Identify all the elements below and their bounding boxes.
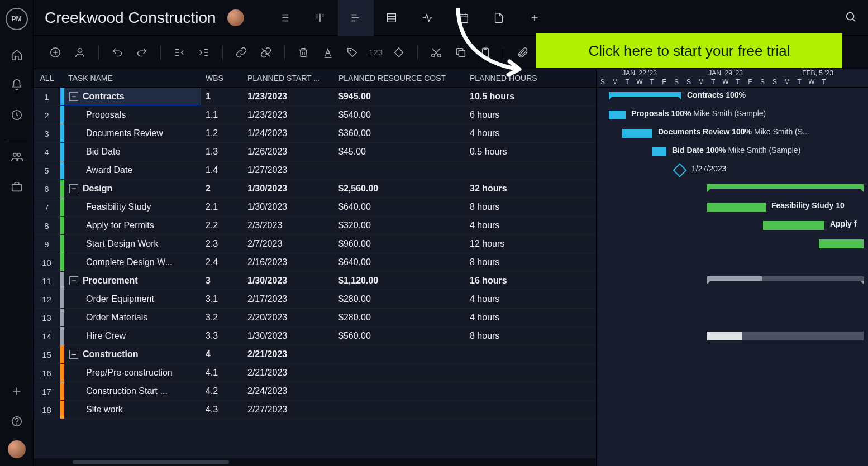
wbs-cell[interactable]: 4.1 bbox=[201, 364, 243, 382]
cost-cell[interactable]: $45.00 bbox=[334, 143, 465, 161]
task-row[interactable]: 17Construction Start ...4.22/24/2023 bbox=[34, 382, 596, 401]
start-cell[interactable]: 2/21/2023 bbox=[243, 345, 334, 363]
redo-icon[interactable] bbox=[131, 42, 152, 63]
gantt-summary-bar[interactable] bbox=[609, 92, 681, 97]
horizontal-scrollbar[interactable] bbox=[34, 458, 596, 466]
cost-cell[interactable]: $945.00 bbox=[334, 88, 465, 105]
col-header-index[interactable]: ALL bbox=[34, 69, 60, 87]
task-name-cell[interactable]: Construction Start ... bbox=[60, 382, 201, 400]
task-name-cell[interactable]: Feasibility Study bbox=[60, 198, 201, 216]
project-avatar[interactable] bbox=[227, 9, 244, 26]
col-header-cost[interactable]: PLANNED RESOURCE COST bbox=[334, 69, 465, 87]
hours-cell[interactable] bbox=[465, 161, 555, 179]
col-header-wbs[interactable]: WBS bbox=[201, 69, 243, 87]
text-color-icon[interactable] bbox=[317, 42, 338, 63]
tag-icon[interactable] bbox=[342, 42, 363, 63]
hours-cell[interactable]: 8 hours bbox=[465, 253, 555, 271]
wbs-cell[interactable]: 1.4 bbox=[201, 161, 243, 179]
wbs-cell[interactable]: 2.3 bbox=[201, 235, 243, 253]
wbs-cell[interactable]: 2.4 bbox=[201, 253, 243, 271]
hours-cell[interactable] bbox=[465, 382, 555, 400]
indent-icon[interactable] bbox=[193, 42, 214, 63]
gantt-task-bar[interactable] bbox=[609, 111, 626, 119]
task-row[interactable]: 11−Procurement31/30/2023$1,120.0016 hour… bbox=[34, 272, 596, 290]
wbs-cell[interactable]: 3.1 bbox=[201, 290, 243, 308]
sheet-view-tab[interactable] bbox=[374, 0, 409, 36]
gantt-task-bar[interactable] bbox=[707, 203, 766, 212]
link-icon[interactable] bbox=[231, 42, 252, 63]
cost-cell[interactable] bbox=[334, 401, 465, 419]
add-view-tab[interactable] bbox=[517, 0, 552, 36]
delete-icon[interactable] bbox=[293, 42, 314, 63]
cost-cell[interactable]: $640.00 bbox=[334, 198, 465, 216]
task-row[interactable]: 10Complete Design W...2.42/16/2023$640.0… bbox=[34, 253, 596, 272]
cost-cell[interactable]: $540.00 bbox=[334, 106, 465, 124]
hours-cell[interactable]: 32 hours bbox=[465, 180, 555, 198]
start-cell[interactable]: 1/30/2023 bbox=[243, 272, 334, 290]
gantt-task-bar[interactable] bbox=[819, 239, 864, 248]
cost-cell[interactable]: $2,560.00 bbox=[334, 180, 465, 198]
cost-cell[interactable]: $280.00 bbox=[334, 290, 465, 308]
app-logo[interactable]: PM bbox=[6, 8, 28, 30]
gantt-summary-bar[interactable] bbox=[707, 276, 864, 281]
cost-cell[interactable]: $960.00 bbox=[334, 235, 465, 253]
cost-cell[interactable]: $320.00 bbox=[334, 217, 465, 234]
wbs-cell[interactable]: 3 bbox=[201, 272, 243, 290]
wbs-cell[interactable]: 2.1 bbox=[201, 198, 243, 216]
hours-cell[interactable]: 16 hours bbox=[465, 272, 555, 290]
cut-icon[interactable] bbox=[426, 42, 447, 63]
start-cell[interactable]: 1/30/2023 bbox=[243, 198, 334, 216]
start-cell[interactable]: 1/23/2023 bbox=[243, 88, 334, 105]
task-name-cell[interactable]: Order Equipment bbox=[60, 290, 201, 308]
start-cell[interactable]: 2/21/2023 bbox=[243, 364, 334, 382]
cost-cell[interactable]: $640.00 bbox=[334, 253, 465, 271]
start-cell[interactable]: 1/24/2023 bbox=[243, 124, 334, 142]
search-icon[interactable] bbox=[845, 11, 857, 25]
wbs-cell[interactable]: 1.3 bbox=[201, 143, 243, 161]
attachment-icon[interactable] bbox=[512, 42, 533, 63]
task-row[interactable]: 7Feasibility Study2.11/30/2023$640.008 h… bbox=[34, 198, 596, 217]
help-icon[interactable] bbox=[6, 410, 28, 433]
start-cell[interactable]: 1/27/2023 bbox=[243, 161, 334, 179]
start-cell[interactable]: 1/30/2023 bbox=[243, 327, 334, 345]
task-name-cell[interactable]: −Construction bbox=[60, 345, 201, 363]
milestone-marker[interactable] bbox=[673, 163, 686, 177]
wbs-cell[interactable]: 2 bbox=[201, 180, 243, 198]
milestone-icon[interactable] bbox=[388, 42, 409, 63]
task-name-cell[interactable]: −Procurement bbox=[60, 272, 201, 290]
hours-cell[interactable]: 6 hours bbox=[465, 106, 555, 124]
wbs-cell[interactable]: 2.2 bbox=[201, 217, 243, 234]
task-name-cell[interactable]: Proposals bbox=[60, 106, 201, 124]
task-name-cell[interactable]: Documents Review bbox=[60, 124, 201, 142]
start-cell[interactable]: 2/3/2023 bbox=[243, 217, 334, 234]
add-icon[interactable] bbox=[6, 380, 28, 402]
task-row[interactable]: 2Proposals1.11/23/2023$540.006 hours bbox=[34, 106, 596, 124]
task-name-cell[interactable]: Award Date bbox=[60, 161, 201, 179]
start-cell[interactable]: 2/17/2023 bbox=[243, 290, 334, 308]
collapse-toggle-icon[interactable]: − bbox=[69, 184, 78, 193]
hours-cell[interactable]: 4 hours bbox=[465, 217, 555, 234]
user-avatar[interactable] bbox=[8, 440, 26, 458]
paste-icon[interactable] bbox=[475, 42, 496, 63]
home-icon[interactable] bbox=[6, 44, 28, 66]
cost-cell[interactable] bbox=[334, 382, 465, 400]
task-row[interactable]: 16Prep/Pre-construction4.12/21/2023 bbox=[34, 364, 596, 382]
task-row[interactable]: 4Bid Date1.31/26/2023$45.000.5 hours bbox=[34, 143, 596, 161]
hours-cell[interactable]: 8 hours bbox=[465, 327, 555, 345]
task-name-cell[interactable]: −Contracts bbox=[60, 88, 201, 105]
wbs-cell[interactable]: 1.1 bbox=[201, 106, 243, 124]
task-name-cell[interactable]: Start Design Work bbox=[60, 235, 201, 253]
task-row[interactable]: 13Order Materials3.22/20/2023$280.004 ho… bbox=[34, 309, 596, 327]
task-row[interactable]: 5Award Date1.41/27/2023 bbox=[34, 161, 596, 180]
hours-cell[interactable]: 0.5 hours bbox=[465, 143, 555, 161]
gantt-summary-bar[interactable] bbox=[707, 184, 864, 189]
gantt-task-bar[interactable] bbox=[707, 332, 864, 340]
calendar-view-tab[interactable] bbox=[445, 0, 481, 36]
task-row[interactable]: 18Site work4.32/27/2023 bbox=[34, 401, 596, 419]
add-task-icon[interactable] bbox=[45, 42, 66, 63]
start-cell[interactable]: 2/20/2023 bbox=[243, 309, 334, 326]
task-row[interactable]: 15−Construction42/21/2023 bbox=[34, 345, 596, 364]
task-row[interactable]: 1−Contracts11/23/2023$945.0010.5 hours bbox=[34, 88, 596, 106]
task-name-cell[interactable]: Hire Crew bbox=[60, 327, 201, 345]
cost-cell[interactable] bbox=[334, 161, 465, 179]
